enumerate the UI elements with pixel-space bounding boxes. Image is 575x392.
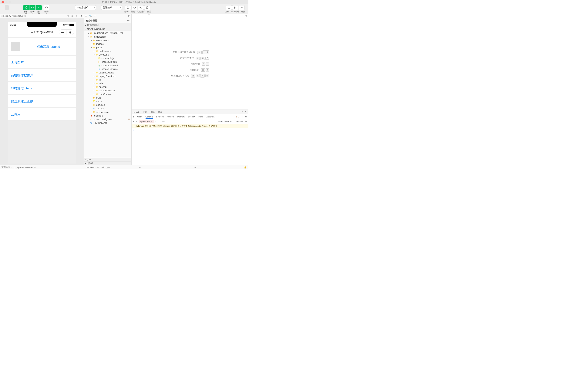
tree-item[interactable]: ▾📁chooseLib: [84, 53, 131, 56]
more-icon[interactable]: •••: [194, 166, 196, 169]
capsule-close[interactable]: ◉: [67, 30, 74, 35]
simulator-button[interactable]: [23, 5, 29, 10]
clear-cache-button[interactable]: [144, 5, 150, 10]
tree-item[interactable]: ▸📂cloudfunctions | (未选择环境): [84, 31, 131, 35]
card-upload[interactable]: 上传图片: [8, 56, 76, 68]
tree-item[interactable]: { }app.json: [84, 103, 131, 107]
tab-output[interactable]: 输出: [151, 110, 155, 113]
tree-item[interactable]: JSchooseLib.js: [84, 56, 131, 60]
cloud-button[interactable]: [43, 5, 49, 10]
warnings[interactable]: △ 0: [106, 166, 110, 169]
devtab-appdata[interactable]: AppData: [206, 116, 215, 118]
maximize-icon[interactable]: [9, 1, 11, 3]
search-icon[interactable]: 🔍: [89, 15, 92, 17]
devtab-wxml[interactable]: Wxml: [137, 116, 143, 118]
editor-button[interactable]: [29, 5, 35, 10]
tree-item[interactable]: { }chooseLib.json: [84, 60, 131, 64]
upload-button[interactable]: [226, 5, 232, 10]
popout-icon[interactable]: ⧉: [81, 15, 82, 17]
details-button[interactable]: [239, 5, 245, 10]
tree-item[interactable]: ▸📁deployFunctions: [84, 74, 131, 78]
tree-item[interactable]: ▸📁databaseGuide: [84, 71, 131, 74]
sync-icon[interactable]: ⟳: [97, 166, 99, 169]
timeline-section[interactable]: 时间线: [84, 161, 131, 165]
open-editors-section[interactable]: 打开的编辑器: [84, 24, 131, 27]
mute-icon[interactable]: 🕪: [76, 15, 78, 17]
compile-select[interactable]: 普通编译: [101, 5, 122, 10]
card-im[interactable]: 即时通信 Demo: [8, 82, 76, 94]
close-icon[interactable]: [1, 1, 4, 3]
page-path[interactable]: pages/index/index: [16, 166, 33, 169]
errors[interactable]: ⊘ 0: [101, 166, 104, 169]
hidden-count[interactable]: 3 hidden: [236, 121, 243, 123]
devtab-console[interactable]: Console: [145, 116, 153, 119]
card-db[interactable]: 前端操作数据库: [8, 69, 76, 81]
device-icon[interactable]: ▢: [67, 15, 69, 17]
debugger-button[interactable]: [36, 5, 42, 10]
minimize-icon[interactable]: [5, 1, 8, 3]
split-icon[interactable]: ⊟: [245, 15, 247, 17]
devtab-sources[interactable]: Sources: [156, 116, 164, 118]
more-icon[interactable]: •••: [127, 20, 129, 22]
tree-item[interactable]: ▸📁im: [84, 78, 131, 82]
card-newfunc[interactable]: 快速新建云函数: [8, 95, 76, 107]
tab-problems[interactable]: 问题: [143, 110, 147, 113]
tree-item[interactable]: ◫chooseLib.wxml: [84, 64, 131, 67]
gear-icon[interactable]: ⚙: [245, 120, 247, 123]
compile-button[interactable]: [125, 5, 131, 10]
warn-count[interactable]: ▲ 1: [236, 116, 239, 118]
outline-section[interactable]: 大纲: [84, 158, 131, 161]
chevron-up-icon[interactable]: ⌃: [241, 111, 243, 113]
devtab-security[interactable]: Security: [188, 116, 195, 118]
filter-input[interactable]: [161, 121, 216, 123]
tree-item[interactable]: { }sitemap.json: [84, 110, 131, 114]
context-select[interactable]: appservice: [139, 120, 153, 123]
eye-icon[interactable]: 👁: [139, 166, 141, 169]
kebab-icon[interactable]: ⋮: [241, 115, 243, 118]
inspect-icon[interactable]: ⫾: [133, 116, 134, 118]
tree-item[interactable]: ▸📁userConsole: [84, 92, 131, 96]
tab-terminal[interactable]: 终端: [158, 110, 162, 113]
tree-item[interactable]: ▸📁images: [84, 42, 131, 46]
tree-item[interactable]: ▸📁storageConsole: [84, 89, 131, 92]
clear-console-icon[interactable]: ⊘: [136, 120, 137, 123]
mode-select[interactable]: 小程序模式: [75, 5, 96, 10]
dock-icon[interactable]: ⊞: [245, 115, 247, 118]
root-section[interactable]: MP-PLAYGROUND: [84, 27, 131, 31]
layout-icon[interactable]: ⊞: [128, 15, 130, 17]
tab-debugger[interactable]: 调试器: [133, 110, 140, 113]
tree-item[interactable]: JSapp.js: [84, 99, 131, 103]
tree-item[interactable]: ◆.gitignore: [84, 114, 131, 118]
device-select[interactable]: iPhone XS Max 100% 16 ▾: [1, 15, 26, 17]
card-openid[interactable]: 点击获取 openid: [8, 38, 76, 55]
capsule-menu[interactable]: •••: [59, 30, 67, 35]
devtab-mock[interactable]: Mock: [198, 116, 203, 118]
close-icon[interactable]: ✕: [245, 111, 246, 113]
tree-item[interactable]: ▾📁pages: [84, 46, 131, 49]
console-prompt[interactable]: ›: [132, 128, 248, 132]
bell-icon[interactable]: 🔔: [244, 166, 246, 169]
branch-icon[interactable]: ⑂ master*: [86, 166, 96, 169]
eye-icon[interactable]: 👁: [155, 121, 157, 123]
tree-item[interactable]: ▸📂components: [84, 39, 131, 42]
tree-item[interactable]: ▾📁miniprogram: [84, 35, 131, 39]
devtab-network[interactable]: Network: [167, 116, 174, 118]
tree-item[interactable]: ▸📁addFunction: [84, 49, 131, 53]
list-icon[interactable]: ☰: [85, 15, 87, 17]
tree-item[interactable]: ▸📁index: [84, 82, 131, 85]
version-button[interactable]: [232, 5, 238, 10]
git-icon[interactable]: ⑂: [94, 15, 96, 17]
tree-item[interactable]: ≡chooseLib.wxss: [84, 67, 131, 71]
devtab-memory[interactable]: Memory: [177, 116, 185, 118]
tree-item[interactable]: { }project.config.jsonM: [84, 118, 131, 121]
tree-item[interactable]: ≡app.wxss: [84, 107, 131, 110]
real-debug-button[interactable]: [138, 5, 144, 10]
copy-icon[interactable]: ⧉: [34, 166, 35, 169]
preview-button[interactable]: [131, 5, 137, 10]
card-cloudcall[interactable]: 云调用: [8, 108, 76, 120]
tree-item[interactable]: ▸📁openapi: [84, 85, 131, 89]
tree-item[interactable]: ▸📁style: [84, 96, 131, 99]
record-icon[interactable]: ◉: [71, 15, 73, 17]
tree-item[interactable]: ⓘREADME.md: [84, 121, 131, 125]
play-icon[interactable]: ▸: [133, 120, 134, 123]
